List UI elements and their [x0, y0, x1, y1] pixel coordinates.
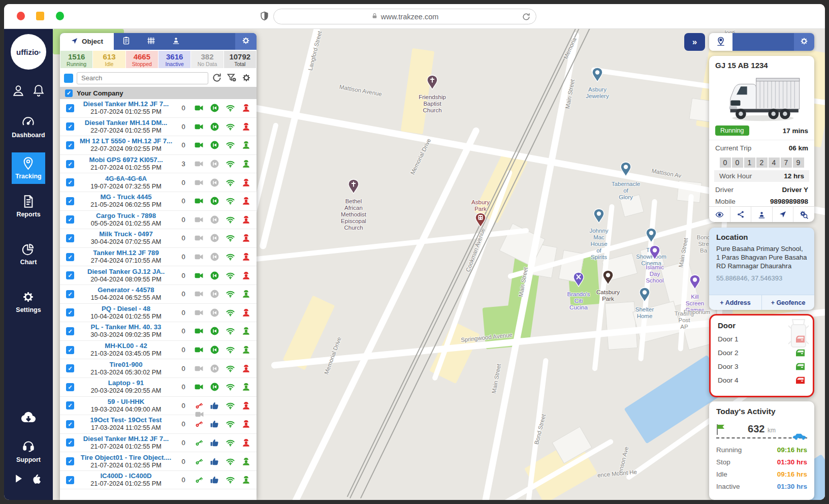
vehicle-icon-cell[interactable] — [222, 382, 238, 392]
kill-screen-games-pin-icon[interactable] — [689, 274, 700, 292]
catsbury-park-pin-icon[interactable] — [602, 270, 614, 287]
johnny-mac-house-of-spirits-pin-icon[interactable] — [593, 208, 604, 226]
vehicle-icon-cell[interactable] — [191, 271, 207, 280]
vehicle-icon-cell[interactable] — [207, 178, 222, 187]
bethel-ame-church-pin-icon[interactable] — [348, 179, 359, 196]
address-bar[interactable]: www.trakzee.com — [273, 9, 536, 24]
vehicle-icon-cell[interactable] — [207, 401, 222, 411]
friendship-baptist-church-pin-icon[interactable] — [427, 75, 438, 92]
vehicle-icon-cell[interactable] — [222, 196, 238, 206]
stat-stopped[interactable]: 4665 Stopped — [126, 51, 158, 68]
vehicle-row[interactable]: ✓Tire01-900 21-03-2024 05:30:02 PM0 — [60, 359, 257, 378]
vehicle-name[interactable]: Diesel Tanker MH.14 DM... — [76, 119, 176, 127]
vehicle-icon-cell[interactable] — [222, 159, 238, 169]
minimize-window-icon[interactable] — [36, 12, 44, 20]
stat-no-data[interactable]: 382 No Data — [191, 51, 223, 68]
vehicle-name[interactable]: Tire Object01 - Tire Object.... — [76, 454, 176, 462]
vehicle-checkbox[interactable]: ✓ — [66, 346, 74, 354]
vehicle-icon-cell[interactable] — [238, 401, 254, 411]
vehicle-checkbox[interactable]: ✓ — [66, 476, 74, 484]
vehicle-row[interactable]: ✓Tanker MH.12 JF 789 27-04-2024 07:10:55… — [60, 248, 257, 267]
vehicle-icon-cell[interactable] — [207, 196, 222, 206]
tab-geofence[interactable] — [139, 33, 164, 50]
reload-icon[interactable] — [521, 12, 531, 23]
vehicle-name[interactable]: IC400D - IC400D — [76, 472, 176, 480]
vehicle-icon-cell[interactable] — [207, 364, 222, 373]
vehicle-icon-cell[interactable] — [207, 308, 222, 318]
brandos-citi-cucina-pin-icon[interactable] — [573, 272, 584, 289]
vehicle-icon-cell[interactable] — [207, 271, 222, 280]
vehicle-icon-cell[interactable] — [191, 289, 207, 299]
company-group-header[interactable]: ✓ Your Company — [60, 87, 257, 99]
asbury-jewelery-pin-icon[interactable] — [592, 67, 603, 84]
the-showroom-cinema-pin-icon[interactable] — [646, 228, 657, 245]
tab-trips[interactable] — [114, 33, 139, 50]
vehicle-icon-cell[interactable] — [191, 233, 207, 243]
stat-inactive[interactable]: 3616 Inactive — [158, 51, 190, 68]
vehicle-name[interactable]: MH-KL00 - 42 — [76, 342, 176, 350]
select-all-checkbox[interactable] — [64, 74, 73, 83]
tab-poi[interactable] — [164, 33, 188, 50]
vehicle-checkbox[interactable]: ✓ — [66, 308, 74, 317]
vehicle-checkbox[interactable]: ✓ — [66, 234, 74, 242]
vehicle-checkbox[interactable]: ✓ — [66, 122, 74, 131]
vehicle-name[interactable]: Milk Truck - 0497 — [76, 230, 176, 238]
vehicle-icon-cell[interactable] — [238, 252, 254, 262]
vehicle-icon-cell[interactable] — [238, 326, 254, 336]
vehicle-checkbox[interactable]: ✓ — [66, 364, 74, 372]
vehicle-checkbox[interactable]: ✓ — [66, 253, 74, 261]
vehicle-checkbox[interactable]: ✓ — [66, 457, 74, 465]
vehicle-icon-cell[interactable] — [238, 438, 254, 448]
add-address-button[interactable]: + Address — [709, 295, 761, 310]
vehicle-row[interactable]: ✓19Oct Test- 19Oct Test 17-03-2024 11:02… — [60, 415, 257, 434]
vehicle-icon-cell[interactable] — [238, 103, 254, 113]
vehicle-icon-cell[interactable] — [191, 252, 207, 262]
vehicle-icon-cell[interactable] — [238, 382, 254, 392]
vehicle-name[interactable]: Diesel Tanker GJ.12 JA.. — [76, 268, 176, 276]
vehicle-icon-cell[interactable] — [191, 345, 207, 355]
vehicle-name[interactable]: 4G-6A-4G-6A — [76, 175, 176, 183]
vehicle-checkbox[interactable]: ✓ — [66, 160, 74, 168]
vehicle-icon-cell[interactable] — [222, 401, 238, 411]
vehicle-row[interactable]: ✓Laptop - 91 20-03-2024 09:20:55 AM0 — [60, 378, 257, 397]
vehicle-row[interactable]: ✓PQ - Diesel - 48 10-04-2024 01:02:55 PM… — [60, 304, 257, 323]
share-icon[interactable] — [730, 207, 751, 222]
user-icon[interactable] — [12, 84, 25, 99]
vehicle-checkbox[interactable]: ✓ — [66, 197, 74, 205]
vehicle-row[interactable]: ✓MG - Truck 4445 21-05-2024 06:02:55 PM0 — [60, 192, 257, 211]
vehicle-icon-cell[interactable] — [191, 382, 207, 392]
apple-icon[interactable] — [31, 474, 43, 487]
vehicle-name[interactable]: Diesel Tanker MH.12 JF 7... — [76, 435, 176, 443]
vehicle-name[interactable]: PQ - Diesel - 48 — [76, 305, 176, 313]
company-checkbox[interactable]: ✓ — [65, 89, 73, 97]
vehicle-icon-cell[interactable] — [191, 326, 207, 336]
play-store-icon[interactable] — [14, 474, 24, 487]
notifications-bell-icon[interactable] — [32, 84, 45, 99]
uffizio-logo[interactable]: uffizio› — [11, 34, 46, 70]
stat-idle[interactable]: 613 Idle — [93, 51, 125, 68]
vehicle-name[interactable]: Laptop - 91 — [76, 379, 176, 387]
islamic-day-school-pin-icon[interactable] — [649, 245, 660, 262]
vehicle-checkbox[interactable]: ✓ — [66, 420, 74, 428]
vehicle-row[interactable]: ✓Milk Truck - 0497 30-04-2024 07:02:55 A… — [60, 229, 257, 248]
asbury-park-station-pin-icon[interactable] — [475, 212, 486, 230]
vehicle-icon-cell[interactable] — [238, 122, 254, 132]
vehicle-icon-cell[interactable] — [222, 271, 238, 280]
gear-search-icon[interactable] — [793, 207, 814, 222]
vehicle-icon-cell[interactable] — [222, 233, 238, 243]
stat-total[interactable]: 10792 Total — [224, 51, 256, 68]
sidebar-item-settings[interactable]: Settings — [12, 286, 45, 318]
detail-settings-button[interactable] — [794, 33, 814, 51]
vehicle-row[interactable]: ✓Diesel Tanker GJ.12 JA.. 20-04-2024 08:… — [60, 266, 257, 285]
vehicle-icon-cell[interactable] — [207, 233, 222, 243]
vehicle-icon-cell[interactable] — [207, 438, 222, 448]
vehicle-icon-cell[interactable] — [238, 364, 254, 373]
vehicle-name[interactable]: PL - Tanker MH. 40. 33 — [76, 323, 176, 331]
vehicle-icon-cell[interactable] — [207, 140, 222, 150]
vehicle-icon-cell[interactable] — [222, 252, 238, 262]
vehicle-icon-cell[interactable] — [222, 215, 238, 225]
shelter-home-pin-icon[interactable] — [639, 287, 650, 304]
filter-icon[interactable] — [227, 73, 238, 84]
vehicle-name[interactable]: Tire01-900 — [76, 361, 176, 369]
add-geofence-button[interactable]: + Geofence — [761, 295, 814, 310]
